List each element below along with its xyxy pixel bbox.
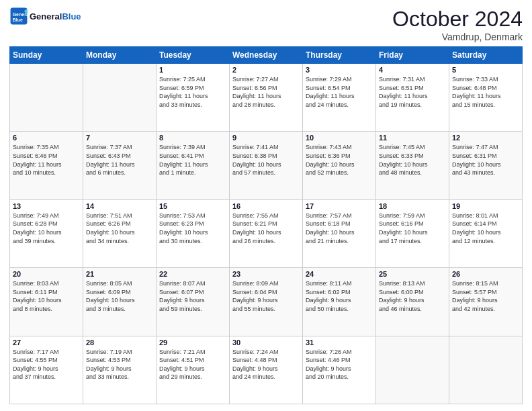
day-number: 25 [379,270,446,278]
day-info: Sunrise: 7:37 AM Sunset: 6:43 PM Dayligh… [86,143,153,177]
day-number: 23 [232,270,300,278]
day-info: Sunrise: 7:27 AM Sunset: 6:56 PM Dayligh… [232,75,300,109]
day-number: 16 [232,202,300,210]
weekday-header-tuesday: Tuesday [157,47,230,64]
calendar-cell: 23Sunrise: 8:09 AM Sunset: 6:04 PM Dayli… [230,268,303,336]
day-number: 22 [159,270,226,278]
calendar-cell: 13Sunrise: 7:49 AM Sunset: 6:28 PM Dayli… [10,199,83,267]
day-info: Sunrise: 8:15 AM Sunset: 5:57 PM Dayligh… [452,279,519,313]
day-number: 14 [86,202,153,210]
calendar-cell: 24Sunrise: 8:11 AM Sunset: 6:02 PM Dayli… [303,268,376,336]
day-number: 5 [452,66,519,74]
day-info: Sunrise: 8:05 AM Sunset: 6:09 PM Dayligh… [86,279,153,313]
day-info: Sunrise: 8:09 AM Sunset: 6:04 PM Dayligh… [232,279,300,313]
calendar-cell: 15Sunrise: 7:53 AM Sunset: 6:23 PM Dayli… [157,199,230,267]
calendar-cell [83,64,157,132]
day-info: Sunrise: 8:13 AM Sunset: 6:00 PM Dayligh… [379,279,446,313]
page-container: General Blue GeneralBlue October 2024 Va… [0,0,532,411]
day-number: 9 [232,134,300,142]
calendar-table: SundayMondayTuesdayWednesdayThursdayFrid… [9,46,523,404]
day-number: 18 [379,202,446,210]
day-number: 11 [379,134,446,142]
day-info: Sunrise: 7:25 AM Sunset: 6:59 PM Dayligh… [159,75,226,109]
day-info: Sunrise: 7:17 AM Sunset: 4:55 PM Dayligh… [13,348,80,381]
day-info: Sunrise: 8:11 AM Sunset: 6:02 PM Dayligh… [306,279,373,313]
calendar-cell: 16Sunrise: 7:55 AM Sunset: 6:21 PM Dayli… [230,199,303,267]
day-number: 2 [232,66,300,74]
day-number: 24 [306,270,373,278]
day-number: 27 [13,338,80,347]
calendar-week-5: 27Sunrise: 7:17 AM Sunset: 4:55 PM Dayli… [10,336,523,404]
day-info: Sunrise: 7:47 AM Sunset: 6:31 PM Dayligh… [452,143,519,177]
calendar-cell: 4Sunrise: 7:31 AM Sunset: 6:51 PM Daylig… [376,64,449,132]
weekday-header-friday: Friday [376,47,449,64]
day-info: Sunrise: 7:29 AM Sunset: 6:54 PM Dayligh… [306,75,373,109]
calendar-cell: 19Sunrise: 8:01 AM Sunset: 6:14 PM Dayli… [449,199,523,267]
day-info: Sunrise: 7:43 AM Sunset: 6:36 PM Dayligh… [306,143,373,177]
day-info: Sunrise: 7:41 AM Sunset: 6:38 PM Dayligh… [232,143,300,177]
title-block: October 2024 Vamdrup, Denmark [392,7,523,42]
location-label: Vamdrup, Denmark [392,32,523,42]
day-number: 8 [159,134,226,142]
day-number: 20 [13,270,80,278]
day-info: Sunrise: 7:19 AM Sunset: 4:53 PM Dayligh… [86,348,153,381]
day-number: 30 [232,338,300,347]
calendar-cell: 6Sunrise: 7:35 AM Sunset: 6:46 PM Daylig… [10,132,83,199]
day-number: 19 [452,202,519,210]
calendar-cell [376,336,449,404]
calendar-cell: 7Sunrise: 7:37 AM Sunset: 6:43 PM Daylig… [83,132,157,199]
day-number: 13 [13,202,80,210]
day-number: 21 [86,270,153,278]
calendar-cell: 17Sunrise: 7:57 AM Sunset: 6:18 PM Dayli… [303,199,376,267]
calendar-week-2: 6Sunrise: 7:35 AM Sunset: 6:46 PM Daylig… [10,132,523,199]
calendar-week-1: 1Sunrise: 7:25 AM Sunset: 6:59 PM Daylig… [10,64,523,132]
calendar-cell: 22Sunrise: 8:07 AM Sunset: 6:07 PM Dayli… [157,268,230,336]
day-number: 15 [159,202,226,210]
day-info: Sunrise: 7:51 AM Sunset: 6:26 PM Dayligh… [86,212,153,245]
calendar-cell: 26Sunrise: 8:15 AM Sunset: 5:57 PM Dayli… [449,268,523,336]
calendar-cell: 29Sunrise: 7:21 AM Sunset: 4:51 PM Dayli… [157,336,230,404]
day-number: 26 [452,270,519,278]
calendar-cell: 10Sunrise: 7:43 AM Sunset: 6:36 PM Dayli… [303,132,376,199]
calendar-cell: 14Sunrise: 7:51 AM Sunset: 6:26 PM Dayli… [83,199,157,267]
calendar-week-4: 20Sunrise: 8:03 AM Sunset: 6:11 PM Dayli… [10,268,523,336]
day-info: Sunrise: 7:35 AM Sunset: 6:46 PM Dayligh… [13,143,80,177]
day-info: Sunrise: 8:01 AM Sunset: 6:14 PM Dayligh… [452,212,519,245]
day-info: Sunrise: 7:59 AM Sunset: 6:16 PM Dayligh… [379,212,446,245]
weekday-header-thursday: Thursday [303,47,376,64]
calendar-cell: 30Sunrise: 7:24 AM Sunset: 4:48 PM Dayli… [230,336,303,404]
svg-text:Blue: Blue [13,17,23,22]
weekday-header-wednesday: Wednesday [230,47,303,64]
day-number: 17 [306,202,373,210]
logo: General Blue GeneralBlue [9,7,81,26]
calendar-cell: 5Sunrise: 7:33 AM Sunset: 6:48 PM Daylig… [449,64,523,132]
day-info: Sunrise: 7:31 AM Sunset: 6:51 PM Dayligh… [379,75,446,109]
calendar-cell: 27Sunrise: 7:17 AM Sunset: 4:55 PM Dayli… [10,336,83,404]
calendar-cell: 28Sunrise: 7:19 AM Sunset: 4:53 PM Dayli… [83,336,157,404]
calendar-cell: 2Sunrise: 7:27 AM Sunset: 6:56 PM Daylig… [230,64,303,132]
calendar-cell: 21Sunrise: 8:05 AM Sunset: 6:09 PM Dayli… [83,268,157,336]
day-info: Sunrise: 7:53 AM Sunset: 6:23 PM Dayligh… [159,212,226,245]
day-number: 29 [159,338,226,347]
day-number: 1 [159,66,226,74]
calendar-cell: 20Sunrise: 8:03 AM Sunset: 6:11 PM Dayli… [10,268,83,336]
calendar-cell: 18Sunrise: 7:59 AM Sunset: 6:16 PM Dayli… [376,199,449,267]
calendar-cell: 31Sunrise: 7:26 AM Sunset: 4:46 PM Dayli… [303,336,376,404]
calendar-cell: 8Sunrise: 7:39 AM Sunset: 6:41 PM Daylig… [157,132,230,199]
calendar-cell [10,64,83,132]
day-number: 6 [13,134,80,142]
calendar-week-3: 13Sunrise: 7:49 AM Sunset: 6:28 PM Dayli… [10,199,523,267]
calendar-cell: 1Sunrise: 7:25 AM Sunset: 6:59 PM Daylig… [157,64,230,132]
calendar-cell: 12Sunrise: 7:47 AM Sunset: 6:31 PM Dayli… [449,132,523,199]
calendar-cell [449,336,523,404]
calendar-cell: 25Sunrise: 8:13 AM Sunset: 6:00 PM Dayli… [376,268,449,336]
day-number: 12 [452,134,519,142]
day-info: Sunrise: 7:26 AM Sunset: 4:46 PM Dayligh… [306,348,373,381]
logo-icon: General Blue [9,7,28,26]
weekday-header-monday: Monday [83,47,157,64]
day-number: 10 [306,134,373,142]
day-info: Sunrise: 7:33 AM Sunset: 6:48 PM Dayligh… [452,75,519,109]
logo-text: GeneralBlue [30,11,81,21]
calendar-cell: 11Sunrise: 7:45 AM Sunset: 6:33 PM Dayli… [376,132,449,199]
day-info: Sunrise: 7:45 AM Sunset: 6:33 PM Dayligh… [379,143,446,177]
